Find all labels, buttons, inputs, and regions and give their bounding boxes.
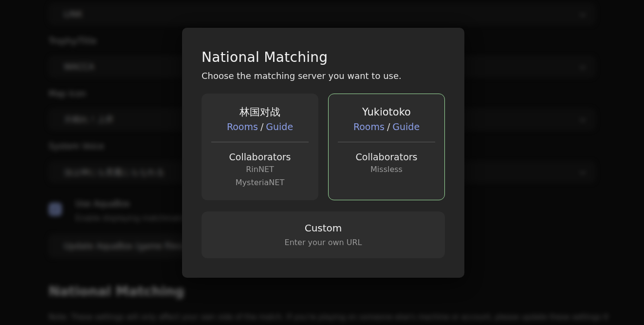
custom-card-subtitle: Enter your own URL bbox=[285, 237, 362, 248]
server-name: Yukiotoko bbox=[329, 106, 444, 118]
link-separator: / bbox=[387, 121, 390, 132]
rooms-link[interactable]: Rooms bbox=[227, 121, 258, 132]
server-links: Rooms/Guide bbox=[202, 120, 318, 133]
app-screen: LINK Trophy/Title WACCA Map Icon 天晴れ！上昇 … bbox=[0, 0, 644, 325]
guide-link[interactable]: Guide bbox=[392, 121, 420, 132]
guide-link[interactable]: Guide bbox=[266, 121, 293, 132]
server-links: Rooms/Guide bbox=[329, 120, 444, 133]
divider bbox=[338, 142, 435, 142]
rooms-link[interactable]: Rooms bbox=[353, 121, 385, 132]
collaborators-heading: Collaborators bbox=[202, 151, 318, 163]
collaborator-name: RinNET bbox=[202, 163, 318, 176]
server-card-yukiotoko[interactable]: Yukiotoko Rooms/Guide Collaborators Miss… bbox=[328, 94, 445, 200]
collaborator-name: Missless bbox=[329, 163, 444, 176]
server-cards-row: 林国对战 Rooms/Guide Collaborators RinNET My… bbox=[202, 94, 445, 200]
national-matching-modal: National Matching Choose the matching se… bbox=[182, 28, 464, 278]
custom-server-card[interactable]: Custom Enter your own URL bbox=[202, 211, 445, 258]
collaborators-heading: Collaborators bbox=[329, 151, 444, 163]
server-card-linguo[interactable]: 林国对战 Rooms/Guide Collaborators RinNET My… bbox=[202, 94, 318, 200]
divider bbox=[211, 142, 309, 142]
link-separator: / bbox=[260, 121, 263, 132]
modal-title: National Matching bbox=[202, 50, 445, 65]
server-name: 林国对战 bbox=[202, 106, 318, 118]
custom-card-title: Custom bbox=[305, 222, 342, 234]
modal-subtitle: Choose the matching server you want to u… bbox=[202, 71, 445, 81]
collaborator-name: MysteriaNET bbox=[202, 176, 318, 189]
